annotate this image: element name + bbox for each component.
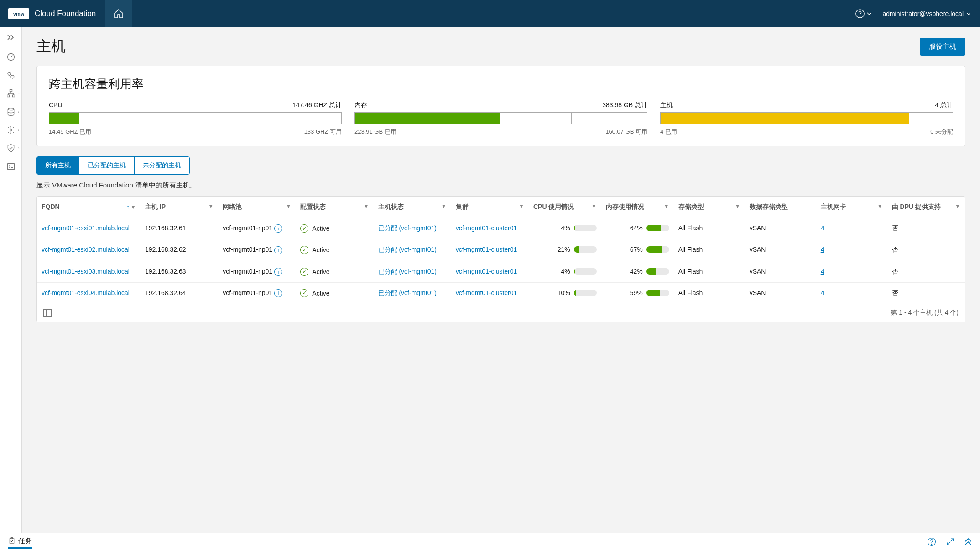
help-icon bbox=[855, 9, 865, 19]
filter-icon[interactable]: ▼ bbox=[286, 203, 291, 209]
memory-usage-bar bbox=[646, 268, 669, 275]
home-button[interactable] bbox=[105, 0, 132, 27]
datastore-type-value: vSAN bbox=[750, 289, 766, 296]
tab-unassigned-hosts[interactable]: 未分配的主机 bbox=[135, 157, 189, 174]
column-config-status[interactable]: 配置状态▼ bbox=[296, 197, 373, 218]
nics-link[interactable]: 4 bbox=[821, 289, 824, 296]
column-fqdn-label: FQDN bbox=[42, 203, 60, 210]
column-host-nics[interactable]: 主机网卡▼ bbox=[816, 197, 887, 218]
cluster-link[interactable]: vcf-mgmt01-cluster01 bbox=[456, 224, 517, 232]
shield-check-icon bbox=[6, 144, 16, 153]
storage-type-value: All Flash bbox=[678, 246, 703, 253]
sidebar-item-repository[interactable]: › bbox=[6, 107, 16, 117]
info-icon[interactable]: i bbox=[274, 268, 282, 276]
filter-icon[interactable]: ▼ bbox=[877, 203, 883, 209]
chevron-down-icon bbox=[867, 11, 871, 16]
user-menu[interactable]: administrator@vsphere.local bbox=[882, 10, 971, 17]
column-dpu-backed[interactable]: 由 DPU 提供支持▼ bbox=[887, 197, 965, 218]
nics-link[interactable]: 4 bbox=[821, 224, 824, 232]
column-storage-type[interactable]: 存储类型▼ bbox=[674, 197, 745, 218]
column-host-ip[interactable]: 主机 IP▼ bbox=[141, 197, 218, 218]
memory-usage-bar bbox=[646, 225, 669, 231]
product-logo[interactable]: vmw Cloud Foundation bbox=[0, 8, 96, 19]
sidebar-item-dashboard[interactable] bbox=[6, 52, 16, 62]
sidebar-item-administration[interactable]: › bbox=[6, 125, 16, 135]
help-button[interactable] bbox=[855, 9, 871, 19]
host-state-link[interactable]: 已分配 (vcf-mgmt01) bbox=[378, 268, 437, 275]
capacity-cpu: CPU 147.46 GHZ 总计 14.45 GHZ 已用 133 GHZ 可… bbox=[49, 101, 342, 136]
svg-point-8 bbox=[8, 108, 14, 110]
capacity-memory-divider bbox=[571, 113, 572, 124]
capacity-memory-total: 383.98 GB 总计 bbox=[602, 101, 647, 109]
nics-link[interactable]: 4 bbox=[821, 246, 824, 253]
sidebar-item-solutions[interactable] bbox=[6, 70, 16, 80]
tasks-tab[interactable]: 任务 bbox=[8, 535, 32, 549]
fqdn-link[interactable]: vcf-mgmt01-esxi04.mulab.local bbox=[42, 289, 130, 296]
gauge-icon bbox=[6, 52, 16, 62]
cpu-usage-value: 21% bbox=[555, 246, 570, 253]
double-chevron-up-icon[interactable] bbox=[964, 538, 972, 546]
column-datastore-type[interactable]: 数据存储类型 bbox=[745, 197, 816, 218]
svg-rect-5 bbox=[10, 90, 12, 92]
sidebar-item-security[interactable]: › bbox=[6, 143, 16, 153]
capacity-memory-used: 223.91 GB 已用 bbox=[354, 128, 396, 136]
sidebar-item-inventory[interactable]: › bbox=[6, 88, 16, 99]
commission-hosts-button[interactable]: 服役主机 bbox=[920, 38, 965, 56]
datastore-type-value: vSAN bbox=[750, 246, 766, 253]
sort-ascending-icon[interactable]: ↑ bbox=[127, 203, 130, 210]
hierarchy-icon bbox=[6, 89, 16, 98]
capacity-memory-label: 内存 bbox=[354, 101, 367, 109]
filter-icon[interactable]: ▼ bbox=[208, 203, 214, 209]
cluster-link[interactable]: vcf-mgmt01-cluster01 bbox=[456, 289, 517, 296]
fqdn-link[interactable]: vcf-mgmt01-esxi01.mulab.local bbox=[42, 224, 130, 232]
host-state-link[interactable]: 已分配 (vcf-mgmt01) bbox=[378, 246, 437, 253]
filter-icon[interactable]: ▼ bbox=[130, 204, 136, 210]
column-memory-usage[interactable]: 内存使用情况▼ bbox=[601, 197, 674, 218]
tab-assigned-hosts[interactable]: 已分配的主机 bbox=[79, 157, 135, 174]
filter-icon[interactable]: ▼ bbox=[591, 203, 597, 209]
network-pool-value: vcf-mgmt01-np01 bbox=[223, 224, 272, 232]
help-icon[interactable] bbox=[927, 537, 936, 546]
fqdn-link[interactable]: vcf-mgmt01-esxi03.mulab.local bbox=[42, 268, 130, 275]
capacity-hosts-label: 主机 bbox=[660, 101, 673, 109]
cpu-usage-value: 4% bbox=[555, 224, 570, 232]
host-filter-tabs: 所有主机 已分配的主机 未分配的主机 bbox=[36, 156, 190, 175]
column-cluster[interactable]: 集群▼ bbox=[451, 197, 529, 218]
home-icon bbox=[113, 8, 124, 19]
host-state-link[interactable]: 已分配 (vcf-mgmt01) bbox=[378, 289, 437, 296]
filter-icon[interactable]: ▼ bbox=[955, 203, 960, 209]
column-picker-icon[interactable] bbox=[43, 309, 52, 317]
tab-all-hosts[interactable]: 所有主机 bbox=[37, 157, 79, 174]
hosts-table: FQDN↑▼ 主机 IP▼ 网络池▼ 配置状态▼ 主机状态▼ 集群▼ CPU 使… bbox=[36, 196, 965, 322]
column-network-pool[interactable]: 网络池▼ bbox=[218, 197, 296, 218]
sidebar-item-developer[interactable] bbox=[6, 161, 16, 171]
capacity-title: 跨主机容量利用率 bbox=[49, 76, 953, 92]
column-datastore-type-label: 数据存储类型 bbox=[750, 203, 788, 211]
column-host-state[interactable]: 主机状态▼ bbox=[374, 197, 451, 218]
cpu-usage-bar bbox=[574, 225, 597, 231]
storage-type-value: All Flash bbox=[678, 268, 703, 275]
info-icon[interactable]: i bbox=[274, 246, 282, 254]
gear-group-icon bbox=[6, 71, 16, 80]
config-status-value: Active bbox=[312, 246, 329, 254]
fqdn-link[interactable]: vcf-mgmt01-esxi02.mulab.local bbox=[42, 246, 130, 253]
filter-icon[interactable]: ▼ bbox=[519, 203, 524, 209]
info-icon[interactable]: i bbox=[274, 224, 282, 233]
column-cpu-usage[interactable]: CPU 使用情况▼ bbox=[529, 197, 601, 218]
filter-icon[interactable]: ▼ bbox=[664, 203, 669, 209]
filter-icon[interactable]: ▼ bbox=[441, 203, 447, 209]
cluster-link[interactable]: vcf-mgmt01-cluster01 bbox=[456, 268, 517, 275]
filter-icon[interactable]: ▼ bbox=[364, 203, 369, 209]
nics-link[interactable]: 4 bbox=[821, 268, 824, 275]
filter-icon[interactable]: ▼ bbox=[735, 203, 740, 209]
capacity-cpu-label: CPU bbox=[49, 101, 63, 109]
sidebar-expand-button[interactable] bbox=[0, 31, 21, 44]
column-fqdn[interactable]: FQDN↑▼ bbox=[37, 197, 141, 218]
cpu-usage-bar bbox=[574, 246, 597, 253]
cluster-link[interactable]: vcf-mgmt01-cluster01 bbox=[456, 246, 517, 253]
host-ip-value: 192.168.32.63 bbox=[145, 268, 186, 275]
info-icon[interactable]: i bbox=[274, 289, 282, 297]
memory-usage-value: 42% bbox=[627, 268, 643, 275]
expand-icon[interactable] bbox=[946, 538, 954, 546]
host-state-link[interactable]: 已分配 (vcf-mgmt01) bbox=[378, 224, 437, 232]
